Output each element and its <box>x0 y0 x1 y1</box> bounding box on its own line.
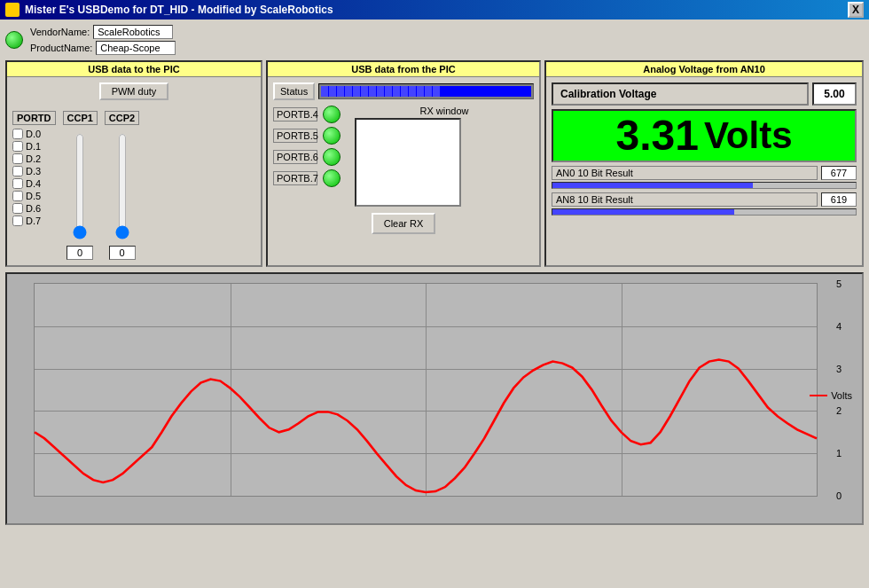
list-item: D.7 <box>12 216 56 226</box>
ccp1-slider[interactable] <box>71 133 89 239</box>
an8-row: AN8 10 Bit Result 619 <box>552 192 857 207</box>
ccp2-header: CCP2 <box>105 111 139 125</box>
portd-d0-checkbox[interactable] <box>12 129 23 139</box>
portd-d3-checkbox[interactable] <box>12 166 23 176</box>
list-item: D.0 <box>12 129 56 139</box>
portd-d1-checkbox[interactable] <box>12 141 23 152</box>
portb6-led <box>323 148 341 166</box>
portd-d6-checkbox[interactable] <box>12 203 23 214</box>
status-label: Status <box>273 82 315 100</box>
vendor-name-label: VendorName: <box>30 27 90 37</box>
portd-section: PORTD D.0 D.1 D.2 D.3 D.4 D.5 D.6 D.7 <box>12 111 255 260</box>
list-item: D.3 <box>12 166 56 176</box>
rx-window-area: RX window <box>355 106 534 209</box>
ccp2-col: CCP2 0 <box>105 111 139 260</box>
an8-progress-fill <box>552 209 734 215</box>
portd-d7-label: D.7 <box>26 216 41 226</box>
top-info: VendorName: ScaleRobotics ProductName: C… <box>5 25 864 55</box>
close-button[interactable]: X <box>848 2 864 18</box>
vendor-info: VendorName: ScaleRobotics ProductName: C… <box>30 25 176 55</box>
list-item: PORTB.7 <box>273 169 341 187</box>
list-item: D.6 <box>12 203 56 214</box>
vendor-name-value: ScaleRobotics <box>93 25 173 39</box>
progress-fill <box>321 86 531 97</box>
portd-d2-checkbox[interactable] <box>12 153 23 164</box>
list-item: D.1 <box>12 141 56 152</box>
y-label-1: 1 <box>836 448 842 459</box>
portd-checkbox-list: D.0 D.1 D.2 D.3 D.4 D.5 D.6 D.7 <box>12 129 56 226</box>
y-label-4: 4 <box>836 321 842 332</box>
portb5-led <box>323 127 341 145</box>
portd-d3-label: D.3 <box>26 166 41 176</box>
voltage-number: 3.31 <box>616 114 699 157</box>
portd-d0-label: D.0 <box>26 129 41 139</box>
panels-row: USB data to the PIC PWM duty PORTD D.0 D… <box>5 60 864 267</box>
ccp2-value: 0 <box>109 246 136 260</box>
rx-textarea[interactable] <box>355 118 461 207</box>
portb4-led <box>323 106 341 123</box>
portd-d2-label: D.2 <box>26 153 41 164</box>
ccp2-slider[interactable] <box>114 133 131 239</box>
portb7-label: PORTB.7 <box>273 171 317 185</box>
window-title: Mister E's USBDemo for DT_HID - Modified… <box>25 4 333 16</box>
an8-value: 619 <box>821 192 857 207</box>
an0-label: AN0 10 Bit Result <box>552 166 818 180</box>
analog-content: Calibration Voltage 5.00 3.31 Volts AN0 … <box>546 77 862 224</box>
usb-to-content: PWM duty PORTD D.0 D.1 D.2 D.3 D.4 D.5 <box>7 77 261 265</box>
chart-area: 5 4 3 2 1 0 Volts <box>5 272 864 525</box>
portd-header: PORTD <box>12 111 56 125</box>
calibration-row: Calibration Voltage 5.00 <box>552 82 857 106</box>
portd-d5-label: D.5 <box>26 191 41 201</box>
analog-header: Analog Voltage from AN10 <box>546 62 862 77</box>
product-name-value: Cheap-Scope <box>96 41 176 55</box>
ccp1-col: CCP1 0 <box>63 111 98 260</box>
list-item: D.5 <box>12 191 56 201</box>
app-icon <box>5 3 20 17</box>
usb-from-header: USB data from the PIC <box>268 62 539 77</box>
legend-label: Volts <box>831 390 852 401</box>
chart-svg <box>35 284 817 496</box>
portd-d7-checkbox[interactable] <box>12 216 23 226</box>
an8-label: AN8 10 Bit Result <box>552 192 818 207</box>
product-name-label: ProductName: <box>30 43 92 53</box>
portb4-label: PORTB.4 <box>273 107 317 122</box>
portd-d5-checkbox[interactable] <box>12 191 23 201</box>
status-progress-bar <box>318 83 534 99</box>
voltage-display: 3.31 Volts <box>552 109 857 162</box>
portb6-label: PORTB.6 <box>273 150 317 164</box>
an0-progress-fill <box>552 183 753 188</box>
usb-from-content: Status <box>268 77 539 239</box>
ccp1-header: CCP1 <box>63 111 98 125</box>
voltage-unit: Volts <box>704 117 793 154</box>
pwm-label: PWM duty <box>99 82 169 100</box>
chart-inner: 5 4 3 2 1 0 Volts <box>34 283 818 497</box>
portd-d1-label: D.1 <box>26 141 41 152</box>
portb-rows: PORTB.4 PORTB.5 PORTB.6 PORTB.7 <box>273 106 341 187</box>
usb-from-panel: USB data from the PIC Status <box>266 60 541 267</box>
chart-line <box>35 360 817 492</box>
analog-panel: Analog Voltage from AN10 Calibration Vol… <box>544 60 864 267</box>
main-content: VendorName: ScaleRobotics ProductName: C… <box>0 20 869 588</box>
list-item: PORTB.6 <box>273 148 341 166</box>
y-label-3: 3 <box>836 364 842 374</box>
rx-label: RX window <box>355 106 534 116</box>
usb-to-header: USB data to the PIC <box>7 62 261 77</box>
calib-label: Calibration Voltage <box>552 82 809 106</box>
y-label-0: 0 <box>836 490 842 501</box>
list-item: D.4 <box>12 178 56 189</box>
portb-rx-area: PORTB.4 PORTB.5 PORTB.6 PORTB.7 <box>273 106 534 209</box>
y-label-5: 5 <box>836 278 842 289</box>
y-label-2: 2 <box>836 405 842 416</box>
status-row: Status <box>273 82 534 100</box>
portd-d6-label: D.6 <box>26 203 41 214</box>
list-item: PORTB.4 <box>273 106 341 123</box>
clear-rx-button[interactable]: Clear RX <box>372 213 436 234</box>
title-bar: Mister E's USBDemo for DT_HID - Modified… <box>0 0 869 20</box>
portd-col: PORTD D.0 D.1 D.2 D.3 D.4 D.5 D.6 D.7 <box>12 111 56 260</box>
ccp1-value: 0 <box>67 246 93 260</box>
list-item: PORTB.5 <box>273 127 341 145</box>
portb5-label: PORTB.5 <box>273 129 317 143</box>
list-item: D.2 <box>12 153 56 164</box>
calib-value: 5.00 <box>812 82 857 106</box>
portd-d4-checkbox[interactable] <box>12 178 23 189</box>
